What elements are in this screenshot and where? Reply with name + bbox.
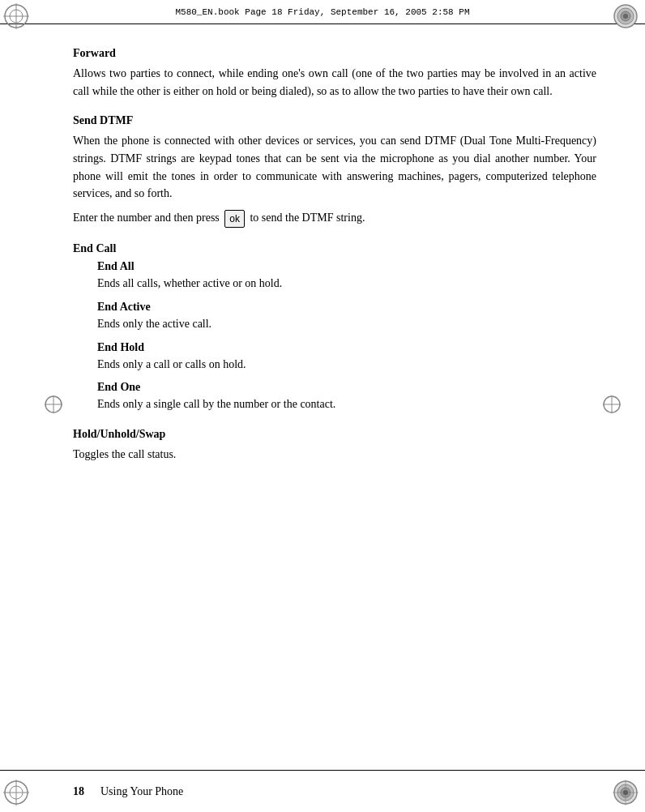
section-forward: Forward Allows two parties to connect, w…: [73, 47, 596, 100]
end-active-body: Ends only the active call.: [97, 315, 596, 333]
ok-button-inline: ok: [224, 210, 245, 229]
send-dtmf-extra-after: to send the DTMF string.: [250, 212, 365, 224]
hold-unhold-swap-body: Toggles the call status.: [73, 446, 596, 464]
section-end-call: End Call End All Ends all calls, whether…: [73, 242, 596, 413]
corner-decoration-br: [613, 780, 642, 809]
header-text: M580_EN.book Page 18 Friday, September 1…: [8, 7, 637, 17]
subsection-end-one: End One Ends only a single call by the n…: [97, 381, 596, 413]
end-all-title: End All: [97, 260, 596, 273]
svg-point-7: [623, 14, 628, 19]
forward-body: Allows two parties to connect, while end…: [73, 65, 596, 100]
corner-decoration-tr: [613, 3, 642, 32]
section-send-dtmf: Send DTMF When the phone is connected wi…: [73, 114, 596, 228]
end-active-title: End Active: [97, 301, 596, 314]
send-dtmf-body: When the phone is connected with other d…: [73, 132, 596, 203]
corner-decoration-bl: [3, 780, 32, 809]
end-one-title: End One: [97, 381, 596, 394]
send-dtmf-title: Send DTMF: [73, 114, 596, 127]
end-all-body: Ends all calls, whether active or on hol…: [97, 275, 596, 293]
section-hold-unhold-swap: Hold/Unhold/Swap Toggles the call status…: [73, 428, 596, 464]
subsection-end-hold: End Hold Ends only a call or calls on ho…: [97, 341, 596, 374]
right-mid-mark: [603, 395, 621, 417]
end-one-body: Ends only a single call by the number or…: [97, 395, 596, 413]
subsection-end-all: End All Ends all calls, whether active o…: [97, 260, 596, 293]
left-mid-mark: [45, 395, 62, 417]
end-hold-body: Ends only a call or calls on hold.: [97, 356, 596, 374]
page-number: 18: [73, 785, 84, 798]
header-bar: M580_EN.book Page 18 Friday, September 1…: [0, 0, 645, 24]
footer: 18 Using Your Phone: [0, 770, 645, 812]
subsection-end-active: End Active Ends only the active call.: [97, 301, 596, 333]
main-content: Forward Allows two parties to connect, w…: [73, 31, 596, 763]
send-dtmf-extra: Enter the number and then press ok to se…: [73, 209, 596, 228]
hold-unhold-swap-title: Hold/Unhold/Swap: [73, 428, 596, 441]
corner-decoration-tl: [3, 3, 32, 32]
footer-title: Using Your Phone: [100, 785, 183, 798]
send-dtmf-extra-before: Enter the number and then press: [73, 212, 220, 224]
end-call-title: End Call: [73, 242, 596, 255]
end-hold-title: End Hold: [97, 341, 596, 354]
forward-title: Forward: [73, 47, 596, 60]
